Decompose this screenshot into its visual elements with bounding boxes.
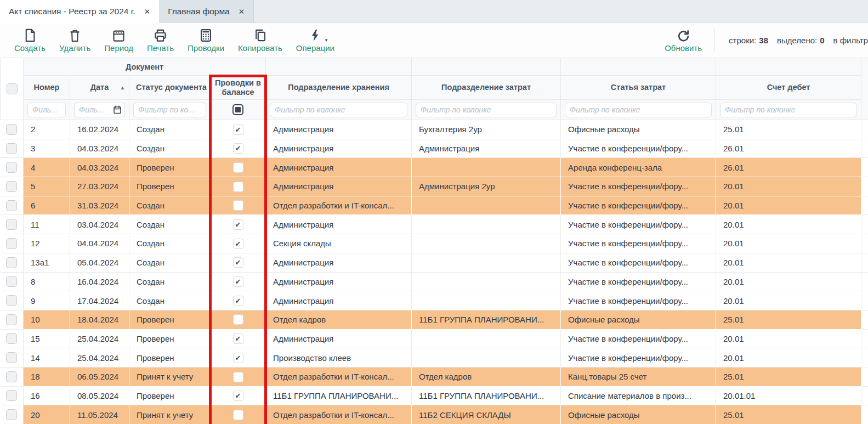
refresh-button[interactable]: Обновить (665, 29, 702, 53)
column-filter-input[interactable] (27, 103, 66, 117)
balance-checkbox[interactable] (233, 353, 243, 363)
column-filter-input[interactable] (720, 103, 857, 117)
balance-checkbox[interactable] (233, 276, 243, 287)
row-checkbox[interactable] (6, 257, 17, 268)
row-checkbox[interactable] (6, 238, 17, 249)
select-all-checkbox[interactable] (7, 83, 18, 94)
column-header-5[interactable]: Подразделение хранения (266, 76, 412, 100)
tab-glavnaya-forma[interactable]: Главная форма ✕ (159, 0, 254, 22)
table-row[interactable]: 1425.04.2024ПроверенПроизводство клеевУч… (1, 348, 868, 368)
row-checkbox[interactable] (6, 276, 17, 287)
column-header-1[interactable]: Номер (24, 76, 70, 100)
row-checkbox[interactable] (6, 200, 17, 211)
balance-checkbox[interactable] (233, 239, 243, 249)
close-icon[interactable]: ✕ (144, 7, 150, 16)
column-header-4[interactable]: Проводки в балансе (211, 76, 266, 100)
row-checkbox[interactable] (6, 219, 17, 230)
row-checkbox[interactable] (6, 124, 17, 135)
toolbar-button-label: Удалить (59, 44, 90, 53)
balance-checkbox[interactable] (233, 200, 243, 211)
tab-bar: Акт списания - Реестр за 2024 г. ✕ Главн… (0, 0, 868, 23)
row-checkbox[interactable] (6, 314, 17, 325)
table-row[interactable]: 216.02.2024СозданАдминистрацияБухгалтери… (1, 120, 868, 139)
cell-storage-dept: Администрация (266, 329, 412, 348)
row-checkbox[interactable] (6, 181, 17, 192)
balance-checkbox[interactable] (233, 219, 243, 230)
calendar-button[interactable]: Период (104, 28, 133, 53)
cell-cost-dept (412, 291, 561, 310)
table-row[interactable]: 1806.05.2024Принят к учетуОтдел разработ… (1, 367, 868, 386)
column-label: Статья затрат (611, 83, 666, 92)
cell-status: Создан (129, 253, 211, 272)
copy-button[interactable]: Копировать (238, 28, 282, 53)
cell-balance (211, 253, 266, 272)
column-filter-input[interactable] (565, 103, 712, 117)
table-row[interactable]: 816.04.2024СозданАдминистрацияУчастие в … (1, 272, 868, 291)
column-header-7[interactable]: Статья затрат (561, 76, 716, 100)
table-row[interactable]: 1103.04.2024СозданАдминистрацияУчастие в… (1, 215, 868, 234)
calendar-icon (111, 28, 126, 43)
balance-checkbox[interactable] (233, 143, 243, 154)
cell-status: Создан (129, 139, 211, 158)
cell-balance (211, 310, 266, 329)
select-all-cell (1, 58, 24, 120)
cell-cost-item: Участие в конференции/фору... (561, 139, 716, 158)
row-checkbox[interactable] (6, 371, 17, 382)
column-filter-input[interactable] (133, 103, 206, 117)
balance-checkbox[interactable] (233, 162, 243, 173)
row-checkbox[interactable] (6, 295, 17, 306)
cell-debit-account: 25.01 (716, 310, 861, 329)
cell-balance (211, 348, 266, 368)
in-filter-label: в фильтр (833, 36, 868, 45)
group-header-document: Документ (24, 58, 266, 76)
column-filter-input[interactable] (270, 103, 407, 117)
toolbar-button-label: Печать (147, 44, 174, 53)
calculator-button[interactable]: Проводки (188, 28, 224, 53)
balance-checkbox[interactable] (233, 333, 243, 344)
table-row[interactable]: 631.03.2024СозданОтдел разработки и IT-к… (1, 196, 868, 215)
balance-checkbox[interactable] (233, 391, 243, 401)
balance-checkbox[interactable] (233, 314, 243, 325)
refresh-icon (676, 29, 691, 43)
table-row[interactable]: 917.04.2024СозданАдминистрацияУчастие в … (1, 291, 868, 310)
balance-checkbox[interactable] (233, 296, 243, 306)
trash-button[interactable]: Удалить (59, 28, 90, 53)
table-row[interactable]: 1608.05.2024Проверен11Б1 ГРУППА ПЛАНИРОВ… (1, 386, 868, 405)
table-row[interactable]: 2011.05.2024Принят к учетуОтдел разработ… (1, 405, 868, 424)
table-row[interactable]: 527.03.2024ПроверенАдминистрацияАдминист… (1, 177, 868, 196)
column-header-2[interactable]: Дата▲ (70, 76, 129, 100)
column-header-6[interactable]: Подразделение затрат (412, 76, 561, 100)
balance-checkbox[interactable] (233, 410, 243, 420)
new-document-button[interactable]: Создать (14, 28, 46, 53)
balance-checkbox[interactable] (233, 372, 243, 382)
close-icon[interactable]: ✕ (239, 7, 245, 16)
cell-cost-dept: 11Б1 ГРУППА ПЛАНИРОВАНИ... (412, 386, 561, 405)
balance-checkbox[interactable] (233, 125, 243, 135)
filter-cell-balance (211, 100, 266, 120)
filter-cell (266, 100, 412, 120)
row-checkbox[interactable] (6, 162, 17, 173)
table-row[interactable]: 404.03.2024ПроверенАдминистрацияАренда к… (1, 158, 868, 177)
row-checkbox[interactable] (6, 390, 17, 401)
tab-act-spisaniya[interactable]: Акт списания - Реестр за 2024 г. ✕ (0, 0, 159, 23)
cell-balance (211, 386, 266, 405)
filter-checkbox-indeterminate[interactable] (232, 104, 243, 115)
row-checkbox[interactable] (6, 352, 17, 363)
rows-count-label: строки: (729, 36, 756, 45)
lightning-button[interactable]: ▾Операции (296, 28, 334, 53)
column-header-3[interactable]: Статус документа (129, 76, 211, 100)
table-row[interactable]: 1525.04.2024ПроверенАдминистрацияУчастие… (1, 329, 868, 348)
column-header-8[interactable]: Счет дебет (716, 76, 861, 100)
table-row[interactable]: 304.03.2024СозданАдминистрацияАдминистра… (1, 139, 868, 158)
cell-date: 25.04.2024 (70, 348, 129, 368)
table-row[interactable]: 13а105.04.2024СозданАдминистрацияУчастие… (1, 253, 868, 272)
balance-checkbox[interactable] (233, 257, 243, 268)
table-row[interactable]: 1018.04.2024ПроверенОтдел кадров11Б1 ГРУ… (1, 310, 868, 329)
row-checkbox[interactable] (6, 143, 17, 154)
row-checkbox[interactable] (6, 333, 17, 344)
printer-button[interactable]: Печать (147, 28, 174, 53)
column-filter-input[interactable] (416, 103, 557, 117)
balance-checkbox[interactable] (233, 182, 243, 192)
row-checkbox[interactable] (6, 409, 17, 420)
table-row[interactable]: 1204.04.2024СозданСекция складыУчастие в… (1, 234, 868, 253)
